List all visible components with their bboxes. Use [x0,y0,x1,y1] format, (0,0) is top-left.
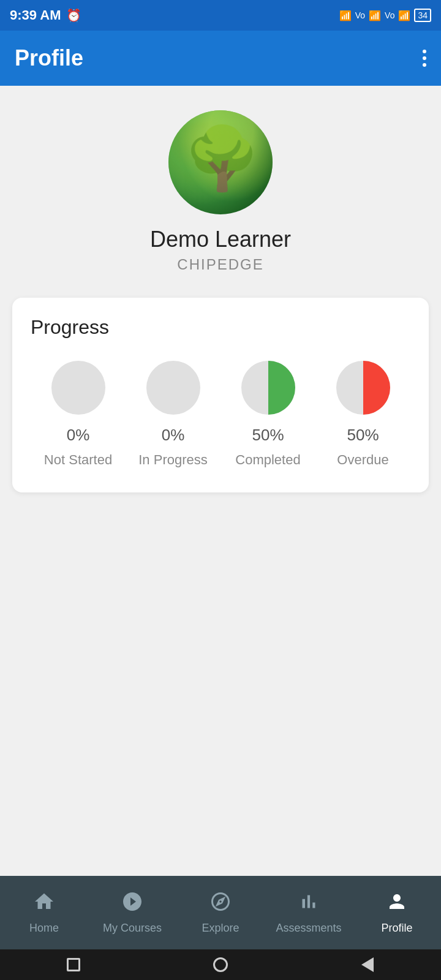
pie-in-progress [143,357,204,418]
dot1 [423,50,426,53]
user-name: Demo Learner [150,227,291,252]
nav-explore[interactable]: Explore [176,891,265,935]
completed-percent: 50% [252,426,284,445]
nav-profile[interactable]: Profile [353,891,441,935]
nav-my-courses-label: My Courses [103,922,162,935]
overdue-percent: 50% [347,426,379,445]
in-progress-label: In Progress [138,452,208,468]
status-bar: 9:39 AM ⏰ 📶 Vo 📶 Vo 📶 34 [0,0,441,31]
wifi2-text: Vo [385,10,394,20]
bottom-nav: Home My Courses Explore Assessments [0,876,441,949]
dot2 [423,56,426,60]
sys-back-button[interactable] [356,954,379,976]
pie-not-started [48,357,109,418]
overdue-label: Overdue [337,452,388,468]
user-org: CHIPEDGE [177,256,263,273]
progress-in-progress: 0% In Progress [126,357,221,468]
sys-recent-button[interactable] [62,954,85,976]
sys-home-button[interactable] [209,954,232,976]
assessments-icon [298,891,320,918]
pie-completed [238,357,299,418]
back-icon [361,957,374,972]
svg-point-0 [51,361,105,415]
not-started-label: Not Started [44,452,112,468]
my-courses-icon [121,891,143,918]
dot3 [423,63,426,67]
completed-label: Completed [235,452,300,468]
system-nav [0,949,441,980]
in-progress-percent: 0% [162,426,185,445]
home-nav-icon [213,957,228,972]
wifi-icon: 📶 [398,10,410,21]
more-menu-button[interactable] [423,50,426,67]
signal-icon: 📶 [339,10,352,21]
nav-profile-label: Profile [381,922,412,935]
progress-overdue: 50% Overdue [315,357,410,468]
avatar [168,110,273,214]
main-content: Demo Learner CHIPEDGE Progress 0% Not St… [0,86,441,505]
nav-home[interactable]: Home [0,891,88,935]
pie-overdue [333,357,394,418]
status-time: 9:39 AM [10,7,61,23]
progress-title: Progress [31,316,410,339]
explore-icon [209,891,232,918]
signal2-icon: 📶 [369,10,381,21]
recent-icon [67,958,80,971]
svg-point-1 [146,361,200,415]
alarm-icon: ⏰ [66,8,81,23]
progress-card: Progress 0% Not Started 0% [12,298,429,492]
nav-home-label: Home [29,922,59,935]
nav-assessments-label: Assessments [276,922,341,935]
battery-icon: 34 [414,9,431,22]
nav-assessments[interactable]: Assessments [265,891,353,935]
profile-icon [386,891,408,918]
home-icon [33,891,55,918]
wifi-text: Vo [355,10,365,20]
status-icons: 📶 Vo 📶 Vo 📶 34 [339,9,431,22]
progress-not-started: 0% Not Started [31,357,126,468]
nav-my-courses[interactable]: My Courses [88,891,176,935]
nav-explore-label: Explore [202,922,239,935]
avatar-image [168,110,273,214]
progress-completed: 50% Completed [221,357,315,468]
not-started-percent: 0% [67,426,90,445]
progress-items: 0% Not Started 0% In Progress [31,357,410,468]
page-title: Profile [15,45,83,71]
app-bar: Profile [0,31,441,86]
